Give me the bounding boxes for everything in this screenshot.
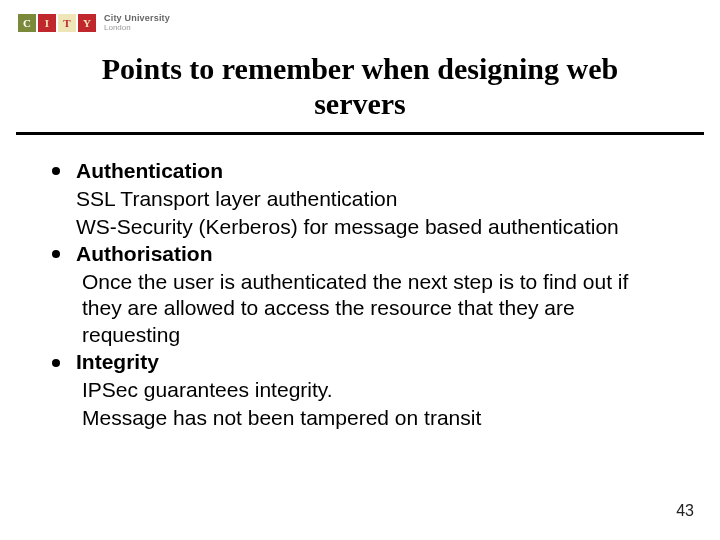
logo-text-line2: London	[104, 24, 170, 32]
page-number: 43	[676, 502, 694, 520]
slide: C I T Y City University London Points to…	[0, 0, 720, 540]
bullet-line: WS-Security (Kerberos) for message based…	[76, 214, 672, 241]
logo-letter-i: I	[38, 14, 56, 32]
logo-letter-t: T	[58, 14, 76, 32]
university-logo: C I T Y City University London	[18, 14, 170, 32]
bullet-dot-icon	[52, 359, 60, 367]
logo-letter-c: C	[18, 14, 36, 32]
bullet-dot-icon	[52, 167, 60, 175]
bullet-dot-icon	[52, 250, 60, 258]
bullet-head: Authentication	[76, 159, 223, 182]
bullet-line: SSL Transport layer authentication	[76, 186, 672, 213]
logo-letter-y: Y	[78, 14, 96, 32]
slide-title: Points to remember when designing web se…	[0, 52, 720, 121]
bullet-head: Authorisation	[76, 242, 213, 265]
bullet-authorisation: Authorisation Once the user is authentic…	[52, 241, 672, 350]
title-divider	[16, 132, 704, 135]
slide-content: Authentication SSL Transport layer authe…	[52, 158, 672, 432]
bullet-integrity: Integrity IPSec guarantees integrity. Me…	[52, 349, 672, 432]
bullet-line: Once the user is authenticated the next …	[76, 269, 672, 350]
bullet-line: Message has not been tampered on transit	[76, 405, 672, 432]
bullet-line: IPSec guarantees integrity.	[76, 377, 672, 404]
bullet-authentication: Authentication SSL Transport layer authe…	[52, 158, 672, 241]
logo-text-line1: City University	[104, 14, 170, 23]
logo-text: City University London	[104, 14, 170, 32]
bullet-head: Integrity	[76, 350, 159, 373]
logo-letter-boxes: C I T Y	[18, 14, 96, 32]
